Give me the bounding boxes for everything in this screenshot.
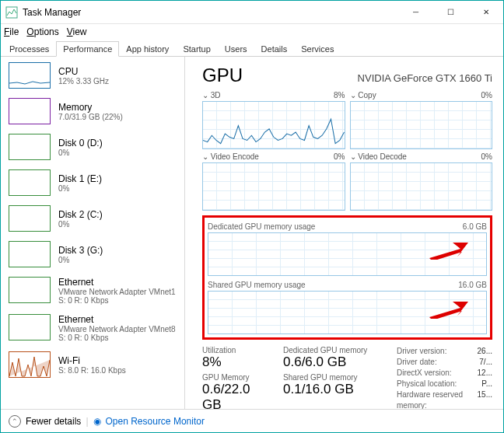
chart-shared-mem[interactable] <box>208 291 487 334</box>
footer: ⌃ Fewer details | ◉ Open Resource Monito… <box>1 409 503 432</box>
collapse-icon[interactable]: ⌃ <box>9 415 21 428</box>
content: CPU12% 3.33 GHz Memory7.0/31.9 GB (22%) … <box>1 57 503 409</box>
memory-thumb-icon <box>9 98 51 124</box>
chart-3d[interactable] <box>202 101 345 149</box>
maximize-button[interactable]: ☐ <box>433 1 468 23</box>
ethernet-thumb-icon <box>9 314 51 340</box>
sidebar-item-eth2[interactable]: EthernetVMware Network Adapter VMnet8S: … <box>2 310 183 347</box>
open-resource-monitor-link[interactable]: Open Resource Monitor <box>106 416 205 427</box>
close-button[interactable]: ✕ <box>468 1 503 23</box>
stat-shared-mem: 0.1/16.0 GB <box>283 382 384 397</box>
sidebar-item-disk3[interactable]: Disk 3 (G:)0% <box>2 237 183 273</box>
wifi-thumb-icon <box>9 351 51 378</box>
sidebar-item-eth1[interactable]: EthernetVMware Network Adapter VMnet1S: … <box>2 273 183 310</box>
tab-details[interactable]: Details <box>254 41 295 57</box>
sidebar-item-disk2[interactable]: Disk 2 (C:)0% <box>2 201 183 237</box>
menu-options[interactable]: Options <box>26 26 58 37</box>
stat-gpu-memory: 0.6/22.0 GB <box>202 382 271 409</box>
main-panel: GPU NVIDIA GeForce GTX 1660 Ti ⌄ 3D8% ⌄ … <box>185 57 503 409</box>
chart-copy[interactable] <box>350 101 493 149</box>
tab-processes[interactable]: Processes <box>2 41 56 57</box>
stats: Utilization 8% GPU Memory 0.6/22.0 GB De… <box>202 346 492 409</box>
task-manager-window: Task Manager ─ ☐ ✕ File Options View Pro… <box>0 0 504 433</box>
chart-dedicated-mem[interactable] <box>208 232 487 276</box>
chevron-down-icon[interactable]: ⌄ <box>202 152 208 161</box>
chevron-down-icon[interactable]: ⌄ <box>202 91 208 100</box>
tab-app-history[interactable]: App history <box>119 41 176 57</box>
menu-file[interactable]: File <box>4 26 19 37</box>
sidebar-item-disk1[interactable]: Disk 1 (E:)0% <box>2 166 183 201</box>
tab-performance[interactable]: Performance <box>56 41 119 57</box>
sidebar-item-cpu[interactable]: CPU12% 3.33 GHz <box>2 58 183 94</box>
sidebar-item-wifi[interactable]: Wi-FiS: 8.0 R: 16.0 Kbps <box>2 347 183 383</box>
cpu-thumb-icon <box>9 62 51 89</box>
chart-video-decode[interactable] <box>350 162 493 211</box>
chevron-down-icon[interactable]: ⌄ <box>350 152 356 161</box>
app-icon <box>5 6 18 19</box>
disk-thumb-icon <box>9 134 51 160</box>
highlight-box: Dedicated GPU memory usage6.0 GB Shared … <box>202 215 492 340</box>
tab-startup[interactable]: Startup <box>176 41 217 57</box>
disk-thumb-icon <box>9 169 51 196</box>
window-title: Task Manager <box>23 7 398 18</box>
sidebar[interactable]: CPU12% 3.33 GHz Memory7.0/31.9 GB (22%) … <box>1 57 185 409</box>
menubar: File Options View <box>1 24 503 40</box>
sidebar-item-memory[interactable]: Memory7.0/31.9 GB (22%) <box>2 94 183 130</box>
stat-dedicated-mem: 0.6/6.0 GB <box>283 354 384 370</box>
tabs: Processes Performance App history Startu… <box>1 40 503 57</box>
minimize-button[interactable]: ─ <box>398 1 433 23</box>
sidebar-item-disk0[interactable]: Disk 0 (D:)0% <box>2 130 183 166</box>
tab-users[interactable]: Users <box>218 41 254 57</box>
tab-services[interactable]: Services <box>294 41 341 57</box>
ethernet-thumb-icon <box>9 277 51 303</box>
titlebar[interactable]: Task Manager ─ ☐ ✕ <box>1 1 503 24</box>
menu-view[interactable]: View <box>67 26 87 37</box>
disk-thumb-icon <box>9 205 51 232</box>
device-name: NVIDIA GeForce GTX 1660 Ti <box>358 72 492 84</box>
chevron-down-icon[interactable]: ⌄ <box>350 91 356 100</box>
disk-thumb-icon <box>9 241 51 267</box>
page-title: GPU <box>202 65 243 86</box>
resource-monitor-icon: ◉ <box>93 416 101 427</box>
chart-video-encode[interactable] <box>202 162 345 211</box>
fewer-details-link[interactable]: Fewer details <box>26 416 81 427</box>
stat-utilization: 8% <box>202 354 271 370</box>
